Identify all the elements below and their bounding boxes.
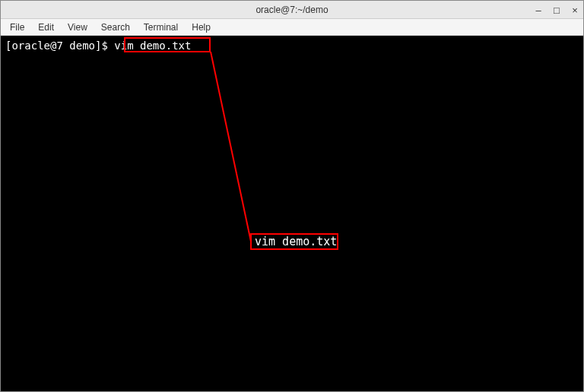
menu-edit[interactable]: Edit: [32, 21, 60, 34]
terminal-line: [oracle@7 demo]$ vim demo.txt: [5, 39, 579, 52]
window-controls: – □ ×: [533, 1, 580, 19]
maximize-button[interactable]: □: [551, 5, 562, 15]
terminal-area[interactable]: [oracle@7 demo]$ vim demo.txt vim demo.t…: [1, 36, 583, 391]
menu-file[interactable]: File: [4, 21, 30, 34]
annotation-highlight-callout: [250, 233, 338, 250]
titlebar[interactable]: oracle@7:~/demo – □ ×: [1, 1, 583, 19]
shell-command: vim demo.txt: [114, 40, 191, 52]
svg-line-0: [211, 52, 251, 242]
shell-prompt: [oracle@7 demo]$: [5, 40, 114, 52]
minimize-button[interactable]: –: [533, 5, 544, 15]
menu-search[interactable]: Search: [95, 21, 136, 34]
terminal-window: oracle@7:~/demo – □ × File Edit View Sea…: [0, 0, 584, 392]
menubar: File Edit View Search Terminal Help: [1, 19, 583, 36]
menu-terminal[interactable]: Terminal: [138, 21, 184, 34]
menu-help[interactable]: Help: [186, 21, 217, 34]
annotation-connector-line: [1, 36, 583, 391]
annotation-callout-text: vim demo.txt: [255, 235, 337, 248]
window-title: oracle@7:~/demo: [256, 5, 328, 15]
close-button[interactable]: ×: [570, 5, 580, 15]
menu-view[interactable]: View: [62, 21, 94, 34]
